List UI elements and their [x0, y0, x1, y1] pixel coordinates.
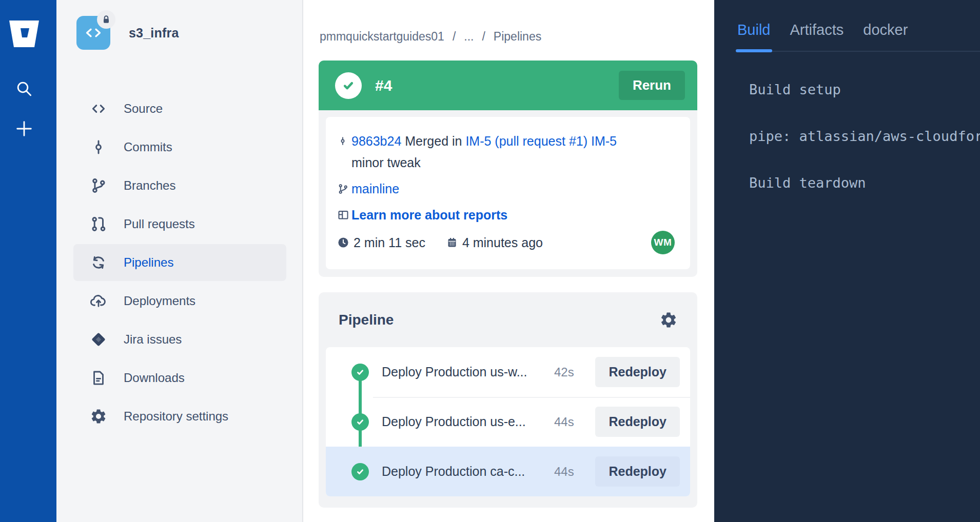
sidebar-item-label: Source [124, 102, 163, 116]
branch-icon [337, 183, 351, 195]
pipeline-step-row-selected[interactable]: Deploy Production ca-c... 44s Redeploy [326, 447, 690, 496]
run-time-ago: 4 minutes ago [462, 235, 543, 250]
branch-icon [89, 176, 108, 195]
breadcrumb: pmmquickstartguides01 / ... / Pipelines [320, 30, 541, 44]
repo-nav: Source Commits Branches Pull requests [73, 90, 286, 436]
issue-link[interactable]: IM-5 [465, 134, 491, 148]
user-avatar[interactable]: WM [651, 231, 675, 254]
run-duration: 2 min 11 sec [354, 235, 425, 250]
sidebar-item-downloads[interactable]: Downloads [73, 359, 286, 396]
pipeline-run-panel: #4 Rerun 9863b24 Merged in IM-5 (pull re… [319, 61, 697, 277]
sidebar-item-repository-settings[interactable]: Repository settings [73, 398, 286, 435]
sidebar-item-label: Repository settings [124, 409, 228, 424]
repo-title: s3_infra [129, 26, 179, 41]
run-number: #4 [375, 77, 392, 94]
log-line-build-teardown[interactable]: Build teardown [749, 175, 980, 191]
breadcrumb-current-page: Pipelines [494, 30, 541, 44]
step-label: Deploy Production us-w... [382, 365, 554, 379]
sidebar-item-label: Deployments [124, 294, 195, 308]
commit-icon [89, 137, 108, 157]
step-success-check-icon [351, 463, 369, 480]
repo-avatar [76, 16, 110, 50]
cloud-upload-icon [89, 291, 108, 311]
bitbucket-logo-icon[interactable] [8, 19, 40, 48]
issue-link[interactable]: IM-5 [591, 134, 617, 148]
sidebar-item-source[interactable]: Source [73, 90, 286, 127]
create-plus-icon[interactable] [12, 117, 36, 140]
repo-header[interactable]: s3_infra [76, 16, 179, 50]
commit-message-text: Merged in [405, 134, 462, 148]
sidebar-item-label: Branches [124, 178, 175, 193]
sidebar-item-label: Jira issues [124, 332, 182, 347]
calendar-icon [446, 236, 460, 249]
tab-artifacts[interactable]: Artifacts [790, 22, 844, 51]
sidebar-item-branches[interactable]: Branches [73, 167, 286, 204]
step-duration: 42s [554, 365, 574, 379]
sidebar-item-jira-issues[interactable]: Jira issues [73, 321, 286, 358]
document-icon [89, 368, 108, 388]
pipeline-step-row[interactable]: Deploy Production us-e... 44s Redeploy [326, 397, 690, 447]
sidebar-item-label: Downloads [124, 371, 185, 385]
tab-build[interactable]: Build [737, 22, 771, 51]
build-log-lines: Build setup pipe: atlassian/aws-cloudfor… [749, 82, 980, 191]
commit-info-card: 9863b24 Merged in IM-5 (pull request #1)… [326, 117, 690, 269]
search-icon[interactable] [12, 77, 36, 101]
sidebar-item-label: Commits [124, 140, 172, 154]
success-check-icon [335, 72, 362, 99]
redeploy-button[interactable]: Redeploy [595, 357, 680, 387]
rerun-button[interactable]: Rerun [619, 71, 685, 100]
sidebar-item-deployments[interactable]: Deployments [73, 283, 286, 319]
breadcrumb-separator: / [453, 30, 456, 44]
pipeline-steps-list: Deploy Production us-w... 42s Redeploy D… [326, 347, 690, 496]
log-line-pipe[interactable]: pipe: atlassian/aws-cloudfor [749, 128, 980, 144]
step-success-check-icon [351, 364, 369, 381]
breadcrumb-ellipsis[interactable]: ... [464, 30, 474, 44]
step-label: Deploy Production us-e... [382, 414, 554, 429]
tab-docker[interactable]: docker [863, 22, 908, 51]
redeploy-button[interactable]: Redeploy [595, 407, 680, 437]
pipeline-settings-gear-icon[interactable] [658, 310, 679, 330]
sidebar-item-label: Pull requests [124, 217, 195, 231]
row-divider [373, 397, 690, 398]
commit-icon [337, 130, 351, 147]
sidebar-item-pull-requests[interactable]: Pull requests [73, 206, 286, 243]
pipeline-step-row[interactable]: Deploy Production us-w... 42s Redeploy [326, 347, 690, 397]
step-success-check-icon [351, 413, 369, 431]
log-tabs: Build Artifacts docker [737, 0, 980, 52]
pull-request-link[interactable]: (pull request #1) [495, 134, 587, 148]
pipeline-steps-panel: Pipeline Deploy Production us-w... 42s R… [319, 292, 697, 508]
clock-icon [337, 236, 351, 249]
sidebar-item-label: Pipelines [124, 255, 173, 270]
log-line-build-setup[interactable]: Build setup [749, 82, 980, 97]
commit-hash-link[interactable]: 9863b24 [351, 134, 401, 148]
reports-learn-more-link[interactable]: Learn more about reports [351, 204, 507, 226]
bitbucket-pipelines-page: s3_infra Source Commits Branches [0, 0, 980, 522]
repo-sidebar: s3_infra Source Commits Branches [56, 0, 303, 522]
reports-icon [337, 209, 351, 221]
jira-icon [89, 330, 108, 349]
step-duration: 44s [554, 415, 574, 429]
branch-name-link[interactable]: mainline [351, 178, 399, 199]
commit-message-line2: minor tweak [351, 152, 617, 173]
main-content: pmmquickstartguides01 / ... / Pipelines … [304, 0, 714, 522]
private-lock-icon [97, 10, 115, 29]
redeploy-button[interactable]: Redeploy [595, 456, 680, 487]
gear-icon [89, 407, 108, 426]
commit-message: 9863b24 Merged in IM-5 (pull request #1)… [351, 130, 617, 173]
breadcrumb-workspace[interactable]: pmmquickstartguides01 [320, 30, 444, 44]
pull-request-icon [89, 214, 108, 234]
pipelines-icon [89, 253, 108, 272]
breadcrumb-separator: / [482, 30, 485, 44]
run-status-header: #4 Rerun [319, 61, 697, 110]
code-icon [89, 99, 108, 118]
step-duration: 44s [554, 465, 574, 479]
sidebar-item-pipelines[interactable]: Pipelines [73, 244, 286, 281]
app-bar [0, 0, 56, 522]
pipeline-card-title: Pipeline [339, 312, 394, 328]
build-log-panel: Build Artifacts docker Build setup pipe:… [714, 0, 980, 522]
step-label: Deploy Production ca-c... [382, 464, 554, 479]
sidebar-item-commits[interactable]: Commits [73, 129, 286, 166]
